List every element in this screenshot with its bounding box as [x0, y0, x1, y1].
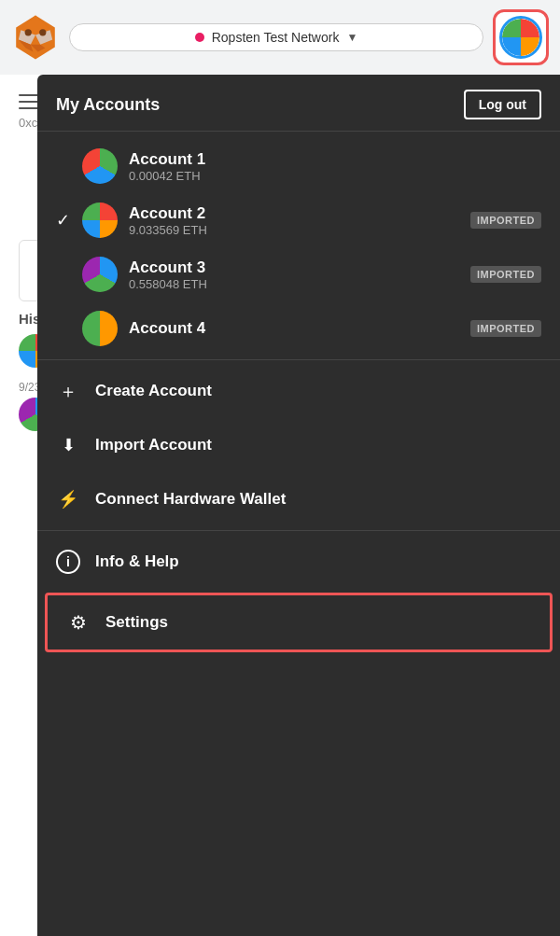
hamburger-menu[interactable]	[19, 94, 39, 109]
create-account-item[interactable]: ＋ Create Account	[37, 364, 560, 418]
connect-hardware-label: Connect Hardware Wallet	[95, 490, 286, 509]
selected-check-4	[56, 319, 75, 339]
divider-2	[37, 530, 560, 531]
metamask-logo	[11, 13, 60, 62]
panel-header: My Accounts Log out	[37, 75, 560, 132]
settings-gear-icon: ⚙	[66, 610, 91, 635]
connect-hardware-item[interactable]: ⚡ Connect Hardware Wallet	[37, 472, 560, 526]
account-item-3[interactable]: Account 3 0.558048 ETH IMPORTED	[37, 247, 560, 301]
selected-check-2: ✓	[56, 210, 75, 231]
panel-title: My Accounts	[56, 95, 160, 115]
network-status-dot	[195, 33, 204, 42]
info-icon: i	[56, 550, 80, 574]
network-selector[interactable]: Ropsten Test Network ▼	[69, 23, 483, 51]
svg-point-6	[25, 29, 32, 35]
import-account-label: Import Account	[95, 436, 212, 454]
svg-point-7	[39, 29, 46, 35]
account-name-3: Account 3	[129, 258, 470, 277]
imported-badge-3: IMPORTED	[470, 266, 541, 283]
accounts-list: Account 1 0.00042 ETH ✓ Account 2 9.0335…	[37, 132, 560, 936]
info-help-label: Info & Help	[95, 552, 179, 571]
create-account-label: Create Account	[95, 382, 212, 400]
usb-icon: ⚡	[56, 487, 80, 511]
account-avatar-2	[82, 203, 118, 238]
topbar: Ropsten Test Network ▼	[0, 0, 560, 75]
account-item-4[interactable]: Account 4 IMPORTED	[37, 301, 560, 356]
account-avatar-1	[82, 148, 118, 184]
imported-badge-4: IMPORTED	[470, 320, 541, 337]
account-item-2[interactable]: ✓ Account 2 9.033569 ETH IMPORTED	[37, 193, 560, 247]
import-account-item[interactable]: ⬇ Import Account	[37, 418, 560, 472]
selected-check-3	[56, 265, 75, 285]
settings-label: Settings	[105, 613, 168, 632]
selected-check-1	[56, 157, 75, 176]
account-balance-1: 0.00042 ETH	[129, 169, 541, 183]
chevron-down-icon: ▼	[346, 31, 357, 44]
imported-badge-2: IMPORTED	[470, 212, 541, 229]
logout-button[interactable]: Log out	[464, 90, 541, 119]
network-name: Ropsten Test Network	[212, 30, 340, 45]
plus-icon: ＋	[56, 379, 80, 403]
account-item-1[interactable]: Account 1 0.00042 ETH	[37, 139, 560, 193]
account-avatar-button[interactable]	[493, 9, 549, 65]
account-name-1: Account 1	[129, 150, 541, 169]
account-name-4: Account 4	[129, 319, 470, 338]
account-balance-2: 9.033569 ETH	[129, 223, 470, 237]
settings-item[interactable]: ⚙ Settings	[45, 593, 553, 652]
divider-1	[37, 359, 560, 360]
account-avatar-4	[82, 311, 118, 346]
import-icon: ⬇	[56, 433, 80, 457]
account-avatar-3	[82, 257, 118, 292]
info-help-item[interactable]: i Info & Help	[37, 535, 560, 589]
accounts-panel: My Accounts Log out Account 1 0.00042 ET…	[37, 75, 560, 936]
account-name-2: Account 2	[129, 204, 470, 223]
account-balance-3: 0.558048 ETH	[129, 277, 470, 291]
